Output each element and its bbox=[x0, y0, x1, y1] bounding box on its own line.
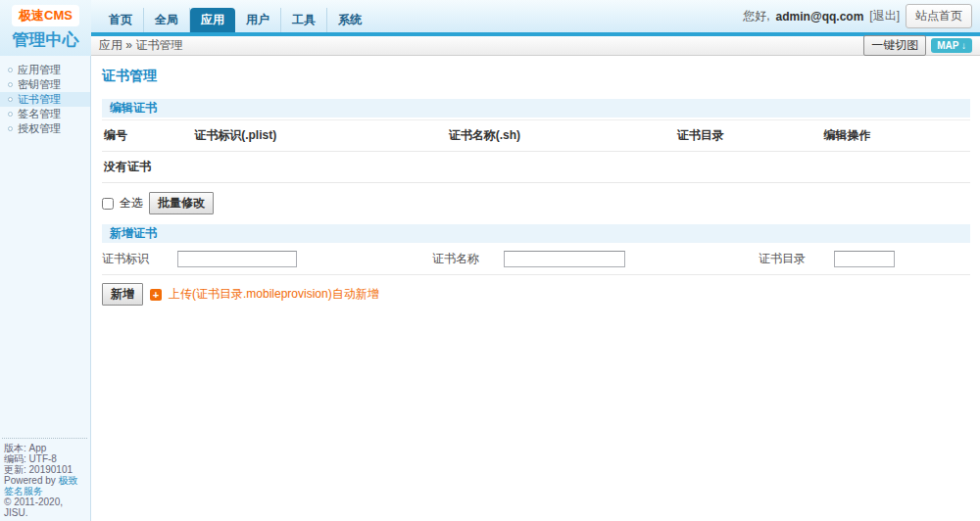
add-button[interactable]: 新增 bbox=[102, 283, 143, 306]
batch-edit-button[interactable]: 批量修改 bbox=[149, 192, 214, 214]
logout-link[interactable]: [退出] bbox=[869, 8, 900, 24]
add-section-header: 新增证书 bbox=[102, 224, 970, 243]
upload-auto-add-link[interactable]: 上传(证书目录.mobileprovision)自动新增 bbox=[169, 286, 379, 303]
copyright-line: © 2011-2020, JISU. bbox=[4, 497, 85, 518]
page-title: 证书管理 bbox=[102, 68, 970, 85]
circle-bullet-icon bbox=[8, 126, 13, 131]
updated-line: 更新: 20190101 bbox=[4, 464, 85, 475]
plus-icon: + bbox=[150, 289, 162, 301]
cert-name-input[interactable] bbox=[504, 251, 625, 267]
username: admin@qq.com bbox=[776, 10, 864, 24]
col-header-id: 编号 bbox=[102, 120, 192, 152]
select-all-label: 全选 bbox=[120, 195, 143, 212]
sidebar-item-app-manage[interactable]: 应用管理 bbox=[0, 63, 90, 77]
cert-dir-label: 证书目录 bbox=[759, 251, 834, 267]
breadcrumb-current: 证书管理 bbox=[135, 38, 182, 52]
circle-bullet-icon bbox=[8, 82, 13, 87]
action-row: 新增 + 上传(证书目录.mobileprovision)自动新增 bbox=[102, 283, 970, 306]
greeting-text: 您好, bbox=[743, 8, 769, 24]
circle-bullet-icon bbox=[8, 112, 13, 117]
add-cert-form: 证书标识 证书名称 证书目录 bbox=[102, 245, 970, 275]
col-header-actions: 编辑操作 bbox=[821, 120, 970, 152]
sidebar-item-label: 证书管理 bbox=[18, 92, 61, 107]
col-header-plist: 证书标识(.plist) bbox=[192, 120, 447, 152]
sidebar-item-key-manage[interactable]: 密钥管理 bbox=[0, 77, 90, 92]
powered-line: Powered by 极致签名服务 bbox=[4, 475, 85, 497]
breadcrumb-bar: 应用 » 证书管理 一键切图 MAP ↓ bbox=[91, 36, 980, 56]
topbar: 首页 全局 应用 用户 工具 系统 您好, admin@qq.com [退出] … bbox=[0, 0, 980, 32]
breadcrumb-section-link[interactable]: 应用 bbox=[99, 38, 122, 52]
col-header-dir: 证书目录 bbox=[675, 120, 822, 152]
sidebar-item-sign-manage[interactable]: 签名管理 bbox=[0, 107, 90, 121]
sidebar-item-label: 应用管理 bbox=[18, 63, 61, 77]
nav-item-system[interactable]: 系统 bbox=[327, 8, 372, 32]
cert-id-input[interactable] bbox=[177, 251, 297, 267]
nav-item-app[interactable]: 应用 bbox=[190, 8, 235, 32]
sidebar-item-label: 授权管理 bbox=[18, 121, 61, 136]
selection-row: 全选 批量修改 bbox=[102, 192, 970, 214]
version-line: 版本: App bbox=[4, 443, 85, 453]
breadcrumb-separator: » bbox=[125, 38, 132, 52]
logo-line1: 极速CMS bbox=[12, 5, 79, 26]
site-home-button[interactable]: 站点首页 bbox=[906, 4, 972, 28]
nav-item-global[interactable]: 全局 bbox=[144, 8, 190, 32]
sidebar-item-auth-manage[interactable]: 授权管理 bbox=[0, 121, 90, 136]
sidebar-footer: 版本: App 编码: UTF-8 更新: 20190101 Powered b… bbox=[2, 438, 87, 518]
sidebar-item-cert-manage[interactable]: 证书管理 bbox=[0, 92, 90, 107]
cert-name-label: 证书名称 bbox=[432, 251, 504, 267]
cert-dir-input[interactable] bbox=[834, 251, 895, 267]
powered-prefix: Powered by bbox=[4, 475, 59, 486]
select-all-checkbox[interactable] bbox=[102, 198, 114, 210]
one-click-cut-button[interactable]: 一键切图 bbox=[863, 35, 926, 56]
circle-bullet-icon bbox=[8, 68, 13, 72]
table-row: 没有证书 bbox=[102, 152, 970, 183]
nav-item-tools[interactable]: 工具 bbox=[281, 8, 327, 32]
sidebar-item-label: 密钥管理 bbox=[18, 77, 61, 92]
main-nav: 首页 全局 应用 用户 工具 系统 bbox=[98, 8, 372, 32]
empty-state-text: 没有证书 bbox=[102, 152, 970, 183]
nav-item-home[interactable]: 首页 bbox=[98, 8, 144, 32]
user-area: 您好, admin@qq.com [退出] 站点首页 bbox=[743, 0, 972, 32]
sidebar: 应用管理 密钥管理 证书管理 签名管理 授权管理 版本: App 编码: UTF… bbox=[0, 56, 91, 521]
certificates-table: 编号 证书标识(.plist) 证书名称(.sh) 证书目录 编辑操作 没有证书 bbox=[102, 119, 970, 183]
breadcrumb: 应用 » 证书管理 bbox=[99, 37, 182, 54]
logo: 极速CMS 管理中心 bbox=[0, 0, 91, 56]
cert-id-label: 证书标识 bbox=[102, 251, 177, 267]
circle-bullet-icon bbox=[8, 97, 13, 102]
edit-section-header: 编辑证书 bbox=[102, 99, 970, 118]
table-header-row: 编号 证书标识(.plist) 证书名称(.sh) 证书目录 编辑操作 bbox=[102, 120, 970, 152]
col-header-sh: 证书名称(.sh) bbox=[447, 120, 675, 152]
main-content: 证书管理 编辑证书 编号 证书标识(.plist) 证书名称(.sh) 证书目录… bbox=[92, 56, 980, 521]
map-badge[interactable]: MAP ↓ bbox=[931, 38, 972, 53]
sidebar-item-label: 签名管理 bbox=[18, 107, 61, 121]
encoding-line: 编码: UTF-8 bbox=[4, 453, 85, 464]
logo-line2: 管理中心 bbox=[0, 28, 91, 51]
nav-item-user[interactable]: 用户 bbox=[235, 8, 281, 32]
